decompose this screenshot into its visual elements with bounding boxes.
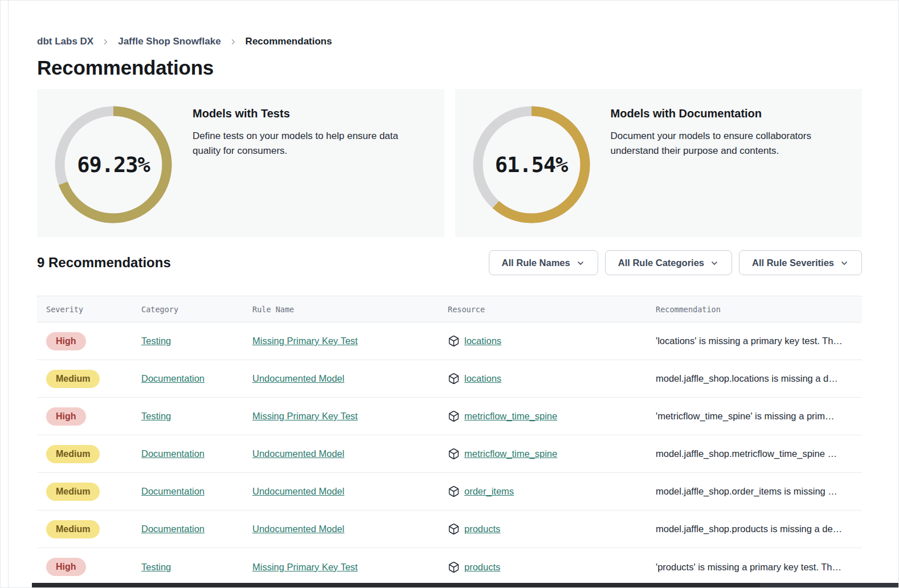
model-cube-icon: [448, 410, 460, 422]
filter-bar: All Rule Names All Rule Categories All R…: [489, 250, 862, 275]
model-cube-icon: [448, 561, 460, 573]
recommendation-text: model.jaffle_shop.products is missing a …: [656, 524, 862, 534]
model-cube-icon: [448, 485, 460, 497]
resource-link[interactable]: metricflow_time_spine: [464, 411, 557, 422]
table-row: High Testing Missing Primary Key Test lo…: [37, 322, 862, 360]
table-header-row: Severity Category Rule Name Resource Rec…: [37, 296, 862, 322]
filter-label: All Rule Severities: [752, 258, 834, 268]
rule-name-link[interactable]: Undocumented Model: [252, 448, 344, 459]
models-with-documentation-card: 61.54% Models with Documentation Documen…: [455, 89, 863, 237]
bottom-scrollbar[interactable]: [32, 583, 898, 587]
resource-link[interactable]: order_items: [464, 486, 514, 497]
recommendation-text: 'metricflow_time_spine' is missing a pri…: [656, 411, 862, 422]
chevron-right-icon: [101, 38, 110, 46]
table-row: High Testing Missing Primary Key Test me…: [37, 398, 862, 435]
card-title: Models with Documentation: [611, 107, 833, 120]
table-row: Medium Documentation Undocumented Model …: [37, 435, 862, 473]
tests-donut-chart: 69.23%: [53, 104, 174, 225]
resource-link[interactable]: products: [464, 524, 500, 534]
column-header-rule-name: Rule Name: [252, 305, 448, 314]
filter-label: All Rule Categories: [618, 258, 704, 268]
column-header-recommendation: Recommendation: [656, 305, 862, 314]
table-row: Medium Documentation Undocumented Model …: [37, 360, 862, 398]
rule-name-link[interactable]: Missing Primary Key Test: [252, 562, 358, 572]
card-title: Models with Tests: [193, 107, 428, 120]
model-cube-icon: [448, 448, 460, 460]
column-header-category: Category: [141, 305, 252, 314]
category-link[interactable]: Documentation: [141, 524, 205, 534]
resource-link[interactable]: metricflow_time_spine: [464, 448, 557, 459]
main-content: dbt Labs DX Jaffle Shop Snowflake Recomm…: [37, 1, 862, 586]
panel-divider: [8, 1, 9, 587]
severity-badge: Medium: [46, 520, 100, 538]
breadcrumb-account-link[interactable]: dbt Labs DX: [37, 36, 93, 47]
models-with-tests-card: 69.23% Models with Tests Define tests on…: [37, 89, 444, 237]
rule-name-link[interactable]: Undocumented Model: [252, 373, 344, 383]
rule-categories-filter-dropdown[interactable]: All Rule Categories: [605, 250, 732, 275]
model-cube-icon: [448, 335, 460, 347]
severity-badge: Medium: [46, 445, 100, 463]
rule-severities-filter-dropdown[interactable]: All Rule Severities: [739, 250, 862, 275]
card-description: Define tests on your models to help ensu…: [193, 129, 428, 159]
recommendation-text: 'products' is missing a primary key test…: [656, 562, 862, 573]
page-title: Recommendations: [37, 56, 862, 79]
model-cube-icon: [448, 373, 460, 385]
category-link[interactable]: Testing: [141, 336, 171, 346]
severity-badge: High: [46, 332, 86, 350]
metric-cards: 69.23% Models with Tests Define tests on…: [37, 89, 862, 237]
rule-name-link[interactable]: Missing Primary Key Test: [252, 411, 358, 421]
table-row: Medium Documentation Undocumented Model …: [37, 473, 862, 511]
recommendation-text: 'locations' is missing a primary key tes…: [656, 336, 862, 346]
column-header-severity: Severity: [37, 305, 141, 314]
card-description: Document your models to ensure collabora…: [611, 129, 833, 159]
table-row: Medium Documentation Undocumented Model …: [37, 511, 862, 548]
breadcrumb: dbt Labs DX Jaffle Shop Snowflake Recomm…: [37, 1, 862, 47]
breadcrumb-current-page: Recommendations: [246, 36, 332, 47]
documentation-percent-value: 61.54%: [471, 104, 592, 225]
resource-link[interactable]: products: [464, 562, 500, 573]
category-link[interactable]: Documentation: [141, 373, 205, 383]
resource-link[interactable]: locations: [464, 336, 501, 346]
tests-percent-value: 69.23%: [53, 104, 174, 225]
category-link[interactable]: Documentation: [141, 486, 205, 496]
table-row: High Testing Missing Primary Key Test pr…: [37, 548, 862, 586]
recommendation-text: model.jaffle_shop.metricflow_time_spine …: [656, 448, 862, 459]
severity-badge: Medium: [46, 370, 100, 388]
severity-badge: Medium: [46, 483, 100, 501]
category-link[interactable]: Testing: [141, 411, 171, 421]
recommendation-text: model.jaffle_shop.locations is missing a…: [656, 373, 862, 384]
rule-name-link[interactable]: Missing Primary Key Test: [252, 336, 358, 346]
model-cube-icon: [448, 523, 460, 535]
recommendations-table: Severity Category Rule Name Resource Rec…: [37, 296, 862, 586]
recommendations-count-heading: 9 Recommendations: [37, 255, 171, 271]
category-link[interactable]: Documentation: [141, 448, 205, 459]
severity-badge: High: [46, 407, 86, 426]
rule-name-link[interactable]: Undocumented Model: [252, 524, 344, 534]
breadcrumb-project-link[interactable]: Jaffle Shop Snowflake: [118, 36, 220, 47]
severity-badge: High: [46, 558, 86, 576]
chevron-down-icon: [576, 259, 585, 268]
chevron-down-icon: [840, 259, 849, 268]
column-header-resource: Resource: [448, 305, 656, 314]
recommendation-text: model.jaffle_shop.order_items is missing…: [656, 486, 862, 497]
chevron-down-icon: [710, 259, 719, 268]
filter-label: All Rule Names: [502, 258, 570, 268]
chevron-right-icon: [229, 38, 238, 46]
rule-name-link[interactable]: Undocumented Model: [252, 486, 344, 496]
category-link[interactable]: Testing: [141, 562, 171, 572]
resource-link[interactable]: locations: [464, 373, 501, 384]
rule-names-filter-dropdown[interactable]: All Rule Names: [489, 250, 598, 275]
documentation-donut-chart: 61.54%: [471, 104, 592, 225]
